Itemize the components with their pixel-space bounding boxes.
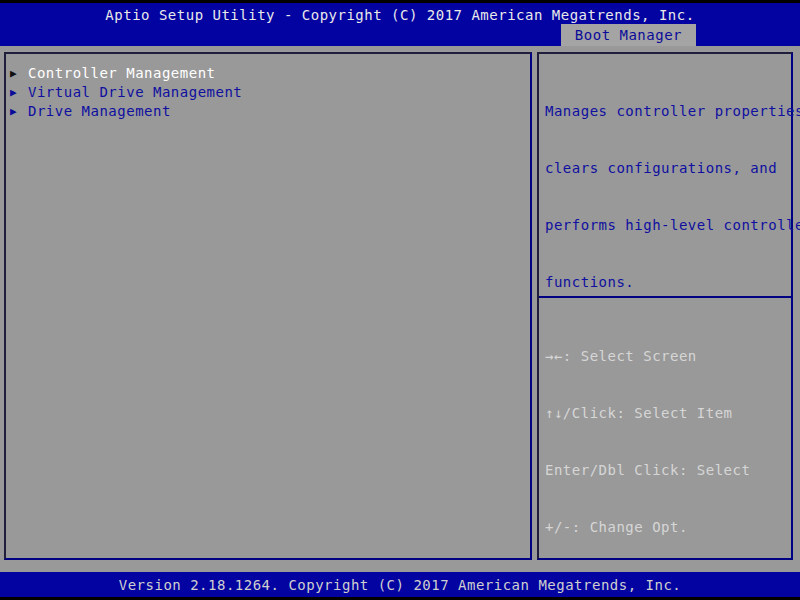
header-bar: Aptio Setup Utility - Copyright (C) 2017… — [0, 3, 800, 46]
menu-item-label: Virtual Drive Management — [28, 83, 242, 102]
legend-select-item: ↑↓/Click: Select Item — [545, 404, 789, 423]
tab-boot-manager[interactable]: Boot Manager — [561, 24, 696, 46]
menu-list: ▶ Controller Management ▶ Virtual Drive … — [6, 64, 530, 121]
legend-change-opt: +/-: Change Opt. — [545, 518, 789, 537]
submenu-arrow-icon: ▶ — [10, 102, 17, 121]
menu-item-label: Drive Management — [28, 102, 171, 121]
footer-bar: Version 2.18.1264. Copyright (C) 2017 Am… — [0, 572, 800, 597]
key-legend: →←: Select Screen ↑↓/Click: Select Item … — [545, 309, 789, 600]
submenu-arrow-icon: ▶ — [10, 83, 17, 102]
legend-enter-select: Enter/Dbl Click: Select — [545, 461, 789, 480]
app-title: Aptio Setup Utility - Copyright (C) 2017… — [0, 7, 800, 23]
help-legend-divider — [539, 296, 791, 298]
submenu-arrow-icon: ▶ — [10, 64, 17, 83]
help-line: functions. — [545, 273, 787, 292]
help-panel: Manages controller properties, clears co… — [537, 52, 793, 560]
version-text: Version 2.18.1264. Copyright (C) 2017 Am… — [0, 577, 800, 593]
menu-item-drive-management[interactable]: ▶ Drive Management — [6, 102, 530, 121]
menu-item-label: Controller Management — [28, 64, 216, 83]
menu-item-controller-management[interactable]: ▶ Controller Management — [6, 64, 530, 83]
legend-select-screen: →←: Select Screen — [545, 347, 789, 366]
menu-panel: ▶ Controller Management ▶ Virtual Drive … — [4, 52, 532, 560]
main-area: ▶ Controller Management ▶ Virtual Drive … — [0, 46, 800, 572]
menu-item-virtual-drive-management[interactable]: ▶ Virtual Drive Management — [6, 83, 530, 102]
help-line: clears configurations, and — [545, 159, 787, 178]
help-text: Manages controller properties, clears co… — [545, 64, 787, 330]
help-line: performs high-level controller — [545, 216, 787, 235]
help-line: Manages controller properties, — [545, 102, 787, 121]
